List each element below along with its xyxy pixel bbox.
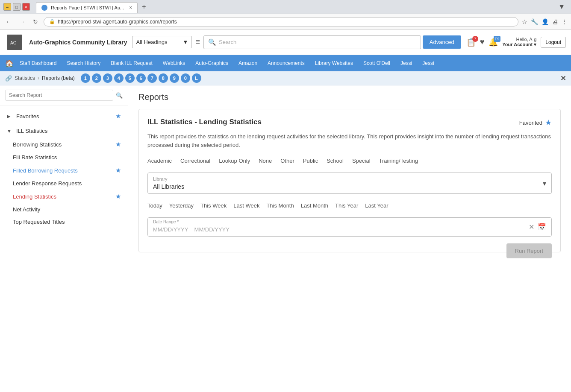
- date-tab-today[interactable]: Today: [147, 201, 162, 211]
- alpha-pill-7[interactable]: 7: [147, 73, 157, 83]
- tab-close-btn[interactable]: ×: [129, 5, 132, 11]
- lib-tab-school[interactable]: School: [327, 156, 344, 166]
- extension-icon[interactable]: 🔧: [531, 18, 538, 25]
- breadcrumb-statistics[interactable]: Statistics: [15, 75, 35, 81]
- nav-search-history[interactable]: Search History: [63, 57, 105, 70]
- search-input[interactable]: Search: [219, 39, 416, 45]
- lib-tab-lookup-only[interactable]: Lookup Only: [219, 156, 250, 166]
- browser-chrome: – □ × Reports Page | STWI | STWI | Au...…: [0, 0, 571, 29]
- nav-forward-btn[interactable]: →: [17, 18, 27, 26]
- window-minimize-btn[interactable]: –: [3, 3, 11, 11]
- sidebar-item-filled-borrowing-requests[interactable]: Filled Borrowing Requests ★: [13, 164, 128, 177]
- alpha-pill-3[interactable]: 3: [103, 73, 112, 83]
- date-tab-this-week[interactable]: This Week: [200, 201, 227, 211]
- nav-reload-btn[interactable]: ↻: [31, 18, 40, 26]
- nav-auto-graphics[interactable]: Auto-Graphics: [191, 57, 233, 70]
- app-logo-img: AG: [7, 35, 22, 50]
- library-select[interactable]: Library All Libraries ▾: [147, 173, 552, 194]
- sidebar-item-top-requested-titles[interactable]: Top Requested Titles: [13, 216, 128, 228]
- date-tab-last-month[interactable]: Last Month: [301, 201, 328, 211]
- nav-amazon[interactable]: Amazon: [234, 57, 262, 70]
- browser-titlebar: – □ × Reports Page | STWI | STWI | Au...…: [0, 0, 571, 14]
- nav-announcements[interactable]: Announcements: [263, 57, 309, 70]
- url-bar[interactable]: 🔒 https://preprod-stwi-agent.auto-graphi…: [44, 17, 518, 26]
- lib-tab-correctional[interactable]: Correctional: [180, 156, 210, 166]
- breadcrumb-reports[interactable]: Reports (beta): [42, 75, 75, 81]
- alpha-pill-6[interactable]: 6: [136, 73, 146, 83]
- sidebar-item-net-activity[interactable]: Net Activity: [13, 203, 128, 216]
- borrowing-statistics-star[interactable]: ★: [115, 140, 121, 148]
- search-stack-icon[interactable]: ≡: [195, 38, 200, 47]
- lib-tab-special[interactable]: Special: [352, 156, 371, 166]
- alpha-pill-8[interactable]: 8: [159, 73, 168, 83]
- browser-tab[interactable]: Reports Page | STWI | STWI | Au... ×: [36, 2, 138, 13]
- nav-scott-odell[interactable]: Scott O'Dell: [359, 57, 394, 70]
- sidebar-search-input[interactable]: [5, 90, 113, 101]
- date-tab-yesterday[interactable]: Yesterday: [169, 201, 194, 211]
- date-clear-icon[interactable]: ✕: [529, 223, 534, 231]
- alpha-pill-9[interactable]: 9: [170, 73, 179, 83]
- alpha-pill-2[interactable]: 2: [92, 73, 101, 83]
- date-tab-this-month[interactable]: This Month: [266, 201, 294, 211]
- nav-bar: 🏠 Staff Dashboard Search History Blank I…: [0, 55, 571, 71]
- nav-staff-dashboard[interactable]: Staff Dashboard: [15, 57, 61, 70]
- account-label[interactable]: Your Account ▾: [502, 42, 536, 47]
- search-type-dropdown[interactable]: All Headings ▼: [132, 36, 192, 48]
- nav-back-btn[interactable]: ←: [3, 18, 14, 26]
- date-tab-last-year[interactable]: Last Year: [365, 201, 388, 211]
- alpha-pill-5[interactable]: 5: [125, 73, 135, 83]
- search-magnifier-icon[interactable]: 🔍: [208, 38, 216, 46]
- date-tab-this-year[interactable]: This Year: [335, 201, 358, 211]
- filled-borrowing-star[interactable]: ★: [115, 167, 121, 174]
- nav-jessi-2[interactable]: Jessi: [418, 57, 438, 70]
- lib-tab-public[interactable]: Public: [303, 156, 318, 166]
- lib-tab-training-testing[interactable]: Training/Testing: [379, 156, 418, 166]
- favorites-icon-btn[interactable]: ♥: [480, 38, 485, 47]
- lib-tab-other[interactable]: Other: [280, 156, 294, 166]
- print-icon[interactable]: 🖨: [552, 18, 558, 25]
- breadcrumb-close-btn[interactable]: ✕: [560, 74, 566, 82]
- date-range-value[interactable]: MM/DD/YYYY – MM/DD/YYYY: [153, 221, 529, 233]
- lib-tab-academic[interactable]: Academic: [147, 156, 172, 166]
- tab-add-btn[interactable]: +: [138, 1, 150, 13]
- lib-tab-none[interactable]: None: [259, 156, 272, 166]
- logout-button[interactable]: Logout: [541, 37, 566, 48]
- settings-icon[interactable]: ⋮: [562, 18, 568, 25]
- advanced-search-button[interactable]: Advanced: [423, 35, 461, 49]
- window-maximize-btn[interactable]: □: [13, 3, 21, 11]
- home-icon[interactable]: 🏠: [5, 59, 14, 67]
- nav-weblinks[interactable]: WebLinks: [159, 57, 189, 70]
- sidebar-item-borrowing-statistics[interactable]: Borrowing Statistics ★: [13, 137, 128, 151]
- notifications-icon-btn[interactable]: 🔔 F9: [489, 38, 498, 47]
- sidebar-section-ill-header[interactable]: ▼ ILL Statistics: [0, 124, 128, 137]
- chevron-down-icon: ▼: [7, 129, 13, 134]
- date-calendar-icon[interactable]: 📅: [538, 223, 546, 231]
- account-chevron-icon: ▾: [534, 42, 536, 47]
- alpha-pill-1[interactable]: 1: [81, 73, 90, 83]
- sidebar-item-lending-statistics[interactable]: Lending Statistics ★: [13, 190, 128, 203]
- sidebar-item-lender-response-requests[interactable]: Lender Response Requests: [13, 177, 128, 190]
- favorites-star-icon[interactable]: ★: [115, 112, 121, 120]
- alpha-pill-4[interactable]: 4: [114, 73, 124, 83]
- nav-blank-ill-request[interactable]: Blank ILL Request: [106, 57, 157, 70]
- sidebar-item-fill-rate-statistics[interactable]: Fill Rate Statistics: [13, 151, 128, 164]
- date-tab-last-week[interactable]: Last Week: [233, 201, 259, 211]
- run-report-button[interactable]: Run Report: [506, 243, 552, 258]
- alpha-pill-l[interactable]: L: [192, 73, 201, 83]
- sidebar-section-favorites-header[interactable]: ▶ Favorites ★: [0, 109, 128, 123]
- chevron-right-icon: ▶: [7, 114, 13, 119]
- window-close-btn[interactable]: ×: [22, 3, 30, 11]
- reports-icon-btn[interactable]: 📋 7: [466, 38, 476, 47]
- browser-menu-btn[interactable]: ▼: [558, 3, 565, 11]
- alpha-pill-0[interactable]: 0: [181, 73, 190, 83]
- favorited-button[interactable]: Favorited ★: [519, 118, 552, 127]
- bookmark-star-icon[interactable]: ☆: [522, 18, 527, 25]
- profile-icon[interactable]: 👤: [542, 18, 549, 25]
- nav-jessi-1[interactable]: Jessi: [396, 57, 416, 70]
- nav-library-websites[interactable]: Library Websites: [311, 57, 357, 70]
- sidebar-search-icon[interactable]: 🔍: [116, 92, 123, 99]
- lending-statistics-star[interactable]: ★: [115, 193, 121, 200]
- date-range-field[interactable]: Date Range * MM/DD/YYYY – MM/DD/YYYY ✕ 📅: [147, 217, 552, 237]
- account-info[interactable]: Hello, A-g Your Account ▾: [502, 37, 536, 47]
- date-range-label: Date Range *: [153, 219, 179, 224]
